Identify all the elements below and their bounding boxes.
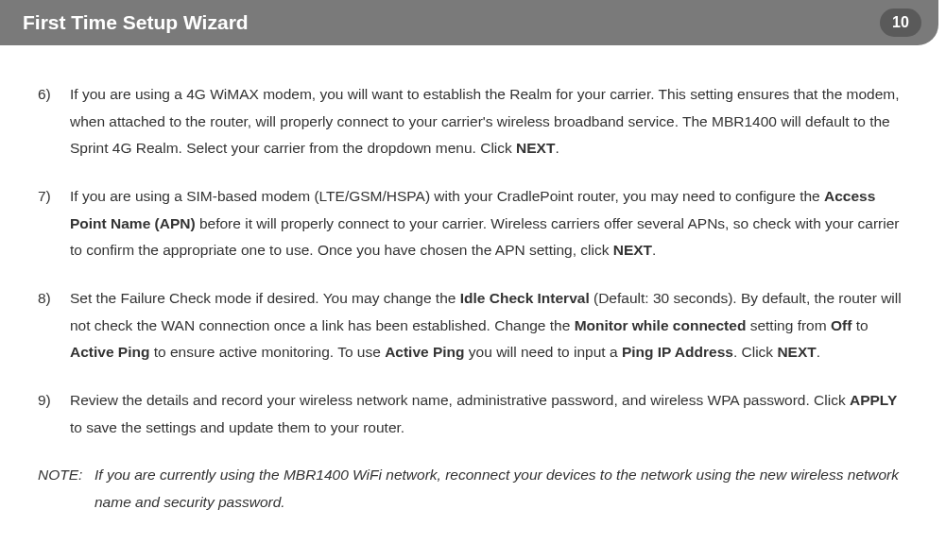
step-6: 6) If you are using a 4G WiMAX modem, yo… — [38, 81, 908, 162]
page-number-badge: 10 — [880, 8, 921, 37]
step-text: Review the details and record your wirel… — [70, 387, 908, 441]
step-8: 8) Set the Failure Check mode if desired… — [38, 285, 908, 366]
page-header: First Time Setup Wizard 10 — [0, 0, 938, 45]
page-title: First Time Setup Wizard — [23, 11, 249, 34]
step-text: If you are using a SIM-based modem (LTE/… — [70, 183, 908, 264]
step-number: 7) — [38, 183, 70, 264]
note-label: NOTE: — [38, 462, 95, 516]
step-text: Set the Failure Check mode if desired. Y… — [70, 285, 908, 366]
note: NOTE: If you are currently using the MBR… — [38, 462, 908, 516]
step-text: If you are using a 4G WiMAX modem, you w… — [70, 81, 908, 162]
step-7: 7) If you are using a SIM-based modem (L… — [38, 183, 908, 264]
note-text: If you are currently using the MBR1400 W… — [95, 462, 908, 516]
step-number: 9) — [38, 387, 70, 441]
page-content: 6) If you are using a 4G WiMAX modem, yo… — [0, 45, 946, 535]
step-number: 6) — [38, 81, 70, 162]
step-number: 8) — [38, 285, 70, 366]
step-9: 9) Review the details and record your wi… — [38, 387, 908, 441]
